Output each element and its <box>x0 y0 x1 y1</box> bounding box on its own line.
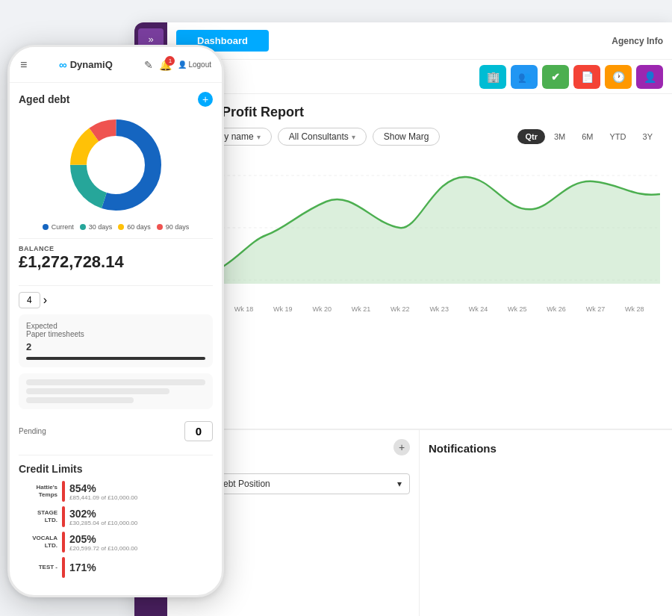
donut-chart <box>63 113 168 217</box>
aged-debt-add-btn[interactable]: + <box>198 92 213 107</box>
notification-badge: 1 <box>165 56 175 66</box>
company-name-3: VOCALALTD. <box>19 535 57 549</box>
tab-6m[interactable]: 6M <box>574 129 600 144</box>
credit-row-3: VOCALALTD. 205% £20,599.72 of £10,000.00 <box>19 532 213 553</box>
credit-detail-2: £30,285.04 of £10,000.00 <box>69 520 137 526</box>
balance-section: Balance £1,272,728.14 <box>19 238 213 278</box>
credit-pct-4: 171% <box>69 561 96 573</box>
donut-chart-wrapper <box>19 113 213 217</box>
gp-controls: Company name ▾ All Consultants ▾ Show Ma… <box>179 128 660 146</box>
legend-dot-60days <box>118 224 124 230</box>
user-icon: 👤 <box>178 60 187 69</box>
page-number: 4 <box>27 295 32 305</box>
hamburger-menu[interactable]: ≡ <box>20 58 27 72</box>
notifications-title: Notifications <box>429 439 497 458</box>
aged-debt-title: Aged debt <box>19 93 69 105</box>
credit-bar-1 <box>62 481 65 502</box>
credit-bar-2 <box>62 506 65 527</box>
edit-icon[interactable]: ✎ <box>144 59 153 71</box>
pending-nav-row: 4 › <box>19 285 213 314</box>
logout-label: Logout <box>188 60 211 69</box>
phone-content: Aged debt + <box>10 83 222 595</box>
donut-legend: Current 30 days 60 days 90 days <box>19 223 213 231</box>
expected-timesheets-box: ExpectedPaper timesheets 2 <box>19 314 213 367</box>
margin-btn[interactable]: Show Marg <box>373 128 441 146</box>
legend-label-30days: 30 days <box>89 223 113 231</box>
top-nav: Dashboard Agency Info <box>167 22 672 60</box>
timesheet-count: 2 <box>26 341 205 352</box>
agency-btn-users[interactable]: 👥 <box>511 65 538 89</box>
balance-label: Balance <box>19 245 213 252</box>
logo-text: DynamiQ <box>70 59 113 70</box>
bell-icon[interactable]: 🔔 1 <box>159 59 172 71</box>
chevron-down-icon: ▾ <box>352 133 355 141</box>
aged-debt-section: Aged debt + <box>19 92 213 278</box>
pending-row: Pending 0 <box>19 415 213 447</box>
credit-row-1: Hattie'sTemps 854% £85,441.09 of £10,000… <box>19 481 213 502</box>
chevron-down-icon: ▾ <box>397 479 402 489</box>
gross-profit-panel: Gross Profit Report Company name ▾ All C… <box>167 94 672 429</box>
phone-icons: ✎ 🔔 1 👤 Logout <box>144 59 211 71</box>
row-placeholder-3 <box>26 397 134 403</box>
credit-pct-2: 302% <box>69 508 137 520</box>
gross-profit-title: Gross Profit Report <box>179 105 660 120</box>
tab-3m[interactable]: 3M <box>547 129 573 144</box>
phone-device: ≡ ∞ DynamiQ ✎ 🔔 1 👤 Logout Aged debt + <box>7 45 224 597</box>
legend-dot-current <box>43 224 49 230</box>
legend-dot-30days <box>80 224 86 230</box>
agency-toolbar: 🏢 👥 ✔ 📄 🕐 👤 <box>167 60 672 94</box>
content-grid: Gross Profit Report Company name ▾ All C… <box>167 94 672 616</box>
legend-label-90days: 90 days <box>166 223 190 231</box>
next-arrow[interactable]: › <box>43 293 47 307</box>
company-name-4: TEST - <box>19 564 57 571</box>
credit-detail-3: £20,599.72 of £10,000.00 <box>69 545 137 552</box>
legend-current: Current <box>43 223 74 231</box>
credit-limits-section: Credit Limits Hattie'sTemps 854% £85,441… <box>19 455 213 578</box>
credit-detail-1: £85,441.09 of £10,000.00 <box>69 494 137 501</box>
time-tabs: Qtr 3M 6M YTD 3Y <box>517 129 660 144</box>
consultants-select[interactable]: All Consultants ▾ <box>278 128 367 146</box>
tab-qtr[interactable]: Qtr <box>517 129 545 144</box>
agency-btn-verified[interactable]: ✔ <box>542 65 569 89</box>
logout-button[interactable]: 👤 Logout <box>178 60 211 69</box>
legend-90days: 90 days <box>157 223 190 231</box>
chart-x-labels: Wk 17 Wk 18 Wk 19 Wk 20 Wk 21 Wk 22 Wk 2… <box>179 302 660 316</box>
chart-container: 2K 1K 0K <box>179 153 660 302</box>
bottom-right-panel: Notifications <box>420 429 672 616</box>
gross-profit-chart: 2K 1K 0K <box>179 153 660 302</box>
aged-debt-header: Aged debt + <box>19 92 213 107</box>
company-name-2: STAGELTD. <box>19 509 57 523</box>
main-area: Dashboard Agency Info 🏢 👥 ✔ 📄 🕐 👤 Gross … <box>167 22 672 616</box>
dynamiq-logo: ∞ DynamiQ <box>33 58 138 71</box>
svg-point-10 <box>93 143 138 187</box>
company-name-1: Hattie'sTemps <box>19 484 57 498</box>
agency-btn-document[interactable]: 📄 <box>573 65 600 89</box>
progress-bar <box>26 357 205 360</box>
legend-30days: 30 days <box>80 223 113 231</box>
agency-btn-time[interactable]: 🕐 <box>605 65 632 89</box>
credit-row-4: TEST - 171% <box>19 557 213 578</box>
legend-label-60days: 60 days <box>127 223 151 231</box>
section-header-right: Notifications <box>429 439 663 458</box>
agency-btn-profile[interactable]: 👤 <box>636 65 663 89</box>
agency-btn-office[interactable]: 🏢 <box>479 65 506 89</box>
legend-label-current: Current <box>52 223 74 231</box>
legend-60days: 60 days <box>118 223 151 231</box>
page-nav[interactable]: 4 <box>19 292 40 308</box>
phone-topbar: ≡ ∞ DynamiQ ✎ 🔔 1 👤 Logout <box>10 47 222 83</box>
credit-limits-title: Credit Limits <box>19 463 213 475</box>
balance-value: £1,272,728.14 <box>19 252 213 272</box>
tab-3y[interactable]: 3Y <box>635 129 660 144</box>
credit-bar-3 <box>62 532 65 553</box>
chevron-down-icon: ▾ <box>257 133 261 141</box>
row-placeholder-2 <box>26 388 169 394</box>
expected-label: ExpectedPaper timesheets <box>26 322 205 338</box>
plus-button-left[interactable]: + <box>393 439 410 455</box>
legend-dot-90days <box>157 224 163 230</box>
pending-value: 0 <box>184 421 213 441</box>
infinity-icon: ∞ <box>59 58 67 71</box>
tab-ytd[interactable]: YTD <box>603 129 634 144</box>
pending-label: Pending <box>19 427 46 435</box>
rows-placeholder <box>19 373 213 409</box>
credit-bar-4 <box>62 557 65 578</box>
